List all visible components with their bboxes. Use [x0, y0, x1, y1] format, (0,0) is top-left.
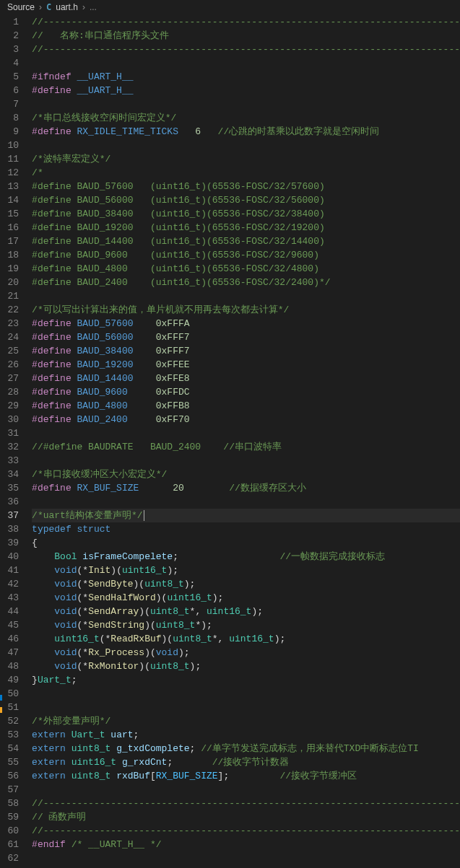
line-number[interactable]: 30: [1, 413, 19, 426]
line-number-gutter[interactable]: 1234567891011121314151617181920212223242…: [1, 15, 32, 865]
code-line[interactable]: void(*RxMonitor)(uint8_t);: [32, 659, 460, 673]
line-number[interactable]: 43: [1, 591, 19, 605]
breadcrumb[interactable]: Source › C uart.h › ...: [0, 0, 460, 15]
code-line[interactable]: #define BAUD_56000 (uint16_t)(65536-FOSC…: [32, 193, 460, 207]
line-number[interactable]: 9: [1, 125, 19, 139]
code-area[interactable]: //--------------------------------------…: [32, 15, 460, 865]
line-number[interactable]: 23: [1, 317, 19, 330]
code-line[interactable]: void(*SendByte)(uint8_t);: [32, 577, 460, 591]
code-line[interactable]: [32, 783, 460, 797]
line-number[interactable]: 3: [1, 43, 19, 56]
line-number[interactable]: 60: [1, 824, 19, 838]
line-number[interactable]: 57: [1, 783, 19, 797]
line-number[interactable]: 34: [1, 468, 19, 481]
line-number[interactable]: 25: [1, 344, 19, 358]
code-line[interactable]: /*波特率宏定义*/: [32, 152, 460, 166]
code-line[interactable]: /*串口接收缓冲区大小宏定义*/: [32, 468, 460, 481]
line-number[interactable]: 11: [1, 152, 19, 166]
code-line[interactable]: /*uart结构体变量声明*/: [32, 509, 460, 522]
line-number[interactable]: 13: [1, 180, 19, 193]
code-line[interactable]: [32, 426, 460, 440]
line-number[interactable]: 58: [1, 797, 19, 810]
code-line[interactable]: #endif /* __UART_H__ */: [32, 838, 460, 851]
code-line[interactable]: [32, 495, 460, 509]
line-number[interactable]: 55: [1, 755, 19, 769]
code-line[interactable]: extern uint16_t g_rxdCnt; //接收字节计数器: [32, 755, 460, 769]
line-number[interactable]: 28: [1, 385, 19, 399]
line-number[interactable]: 46: [1, 632, 19, 646]
line-number[interactable]: 7: [1, 97, 19, 111]
code-line[interactable]: void(*Init)(uint16_t);: [32, 564, 460, 577]
line-number[interactable]: 4: [1, 56, 19, 70]
code-line[interactable]: //--------------------------------------…: [32, 43, 460, 56]
line-number[interactable]: 40: [1, 550, 19, 564]
code-line[interactable]: #define RX_IDLE_TIME_TICKS 6 //心跳的时基乘以此数…: [32, 125, 460, 139]
line-number[interactable]: 8: [1, 111, 19, 125]
line-number[interactable]: 52: [1, 714, 19, 728]
line-number[interactable]: 39: [1, 536, 19, 550]
line-number[interactable]: 15: [1, 207, 19, 221]
line-number[interactable]: 20: [1, 276, 19, 289]
code-line[interactable]: [32, 851, 460, 865]
line-number[interactable]: 56: [1, 769, 19, 783]
code-line[interactable]: #define __UART_H__: [32, 84, 460, 97]
code-line[interactable]: void(*SendString)(uint8_t*);: [32, 618, 460, 632]
code-line[interactable]: /*串口总线接收空闲时间宏定义*/: [32, 111, 460, 125]
line-number[interactable]: 35: [1, 481, 19, 495]
code-line[interactable]: // 名称:串口通信程序头文件: [32, 29, 460, 43]
line-number[interactable]: 5: [1, 70, 19, 84]
code-line[interactable]: void(*SendArray)(uint8_t*, uint16_t);: [32, 605, 460, 618]
breadcrumb-folder[interactable]: Source: [7, 2, 35, 12]
breadcrumb-more[interactable]: ...: [90, 2, 97, 12]
line-number[interactable]: 17: [1, 234, 19, 248]
line-number[interactable]: 59: [1, 810, 19, 824]
code-line[interactable]: #define BAUD_38400 (uint16_t)(65536-FOSC…: [32, 207, 460, 221]
line-number[interactable]: 16: [1, 221, 19, 234]
code-line[interactable]: void(*SendHalfWord)(uint16_t);: [32, 591, 460, 605]
code-line[interactable]: //#define BAUDRATE BAUD_2400 //串口波特率: [32, 440, 460, 454]
code-line[interactable]: Bool isFrameCompelete; //一帧数据完成接收标志: [32, 550, 460, 564]
code-line[interactable]: #define BAUD_38400 0xFFF7: [32, 344, 460, 358]
line-number[interactable]: 24: [1, 330, 19, 344]
code-line[interactable]: //--------------------------------------…: [32, 824, 460, 838]
breadcrumb-file[interactable]: uart.h: [56, 2, 78, 12]
line-number[interactable]: 44: [1, 605, 19, 618]
line-number[interactable]: 38: [1, 522, 19, 536]
code-line[interactable]: {: [32, 536, 460, 550]
line-number[interactable]: 32: [1, 440, 19, 454]
code-line[interactable]: #define BAUD_4800 (uint16_t)(65536-FOSC/…: [32, 262, 460, 276]
line-number[interactable]: 54: [1, 742, 19, 755]
line-number[interactable]: 27: [1, 372, 19, 385]
code-line[interactable]: [32, 289, 460, 303]
line-number[interactable]: 14: [1, 193, 19, 207]
line-number[interactable]: 48: [1, 659, 19, 673]
code-line[interactable]: [32, 454, 460, 468]
code-line[interactable]: #define RX_BUF_SIZE 20 //数据缓存区大小: [32, 481, 460, 495]
code-line[interactable]: [32, 139, 460, 152]
code-line[interactable]: #ifndef __UART_H__: [32, 70, 460, 84]
line-number[interactable]: 19: [1, 262, 19, 276]
line-number[interactable]: 22: [1, 303, 19, 317]
code-line[interactable]: #define BAUD_9600 0xFFDC: [32, 385, 460, 399]
code-line[interactable]: #define BAUD_57600 0xFFFA: [32, 317, 460, 330]
line-number[interactable]: 33: [1, 454, 19, 468]
line-number[interactable]: 2: [1, 29, 19, 43]
code-line[interactable]: extern uint8_t rxdBuf[RX_BUF_SIZE]; //接收…: [32, 769, 460, 783]
code-line[interactable]: //--------------------------------------…: [32, 15, 460, 29]
line-number[interactable]: 29: [1, 399, 19, 413]
code-line[interactable]: [32, 56, 460, 70]
code-line[interactable]: void(*Rx_Process)(void);: [32, 646, 460, 659]
code-line[interactable]: #define BAUD_2400 (uint16_t)(65536-FOSC/…: [32, 276, 460, 289]
line-number[interactable]: 26: [1, 358, 19, 372]
code-line[interactable]: #define BAUD_56000 0xFFF7: [32, 330, 460, 344]
line-number[interactable]: 10: [1, 139, 19, 152]
code-line[interactable]: [32, 97, 460, 111]
code-line[interactable]: #define BAUD_19200 (uint16_t)(65536-FOSC…: [32, 221, 460, 234]
line-number[interactable]: 12: [1, 166, 19, 180]
line-number[interactable]: 49: [1, 673, 19, 687]
line-number[interactable]: 37: [1, 509, 19, 522]
code-line[interactable]: /*: [32, 166, 460, 180]
code-line[interactable]: #define BAUD_57600 (uint16_t)(65536-FOSC…: [32, 180, 460, 193]
line-number[interactable]: 53: [1, 728, 19, 742]
line-number[interactable]: 42: [1, 577, 19, 591]
